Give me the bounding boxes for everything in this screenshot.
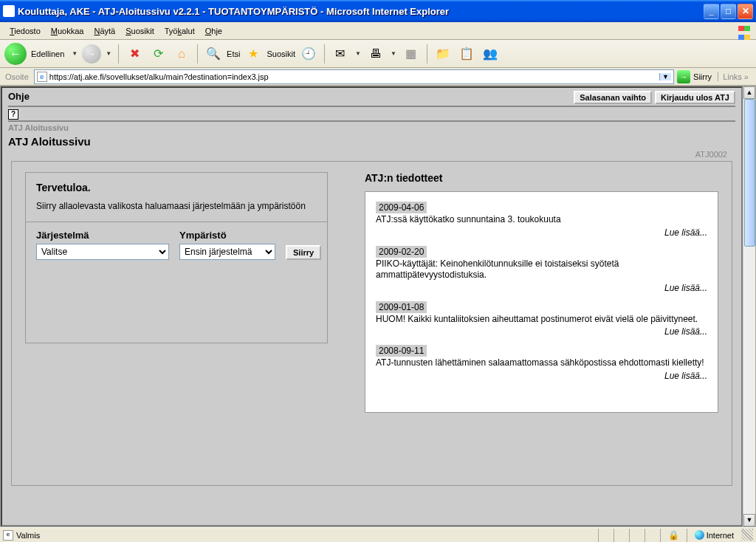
address-input[interactable] bbox=[49, 72, 659, 81]
print-button[interactable]: 🖶 bbox=[365, 44, 386, 64]
folder-icon: 📁 bbox=[435, 46, 451, 62]
main-frame: ATJ0002 Tervetuloa. Siirry allaolevasta … bbox=[11, 161, 732, 486]
address-label: Osoite bbox=[3, 72, 31, 81]
menu-favorites[interactable]: Suosikit bbox=[120, 24, 159, 38]
notice-item: 2009-02-20PIIKO-käyttäjät: Keinohenkilöt… bbox=[376, 247, 707, 298]
arrow-right-icon: → bbox=[680, 72, 688, 81]
globe-icon bbox=[695, 530, 704, 540]
ohje-heading: Ohje bbox=[8, 91, 30, 102]
search-icon: 🔍 bbox=[205, 46, 221, 62]
go-form-button[interactable]: Siirry bbox=[286, 245, 321, 260]
forward-button[interactable]: → bbox=[82, 44, 101, 64]
arrow-left-icon: ← bbox=[10, 47, 21, 61]
app-icon bbox=[3, 5, 15, 17]
home-icon: ⌂ bbox=[173, 46, 190, 62]
address-dropdown[interactable]: ▼ bbox=[659, 73, 671, 80]
messenger-icon: 👥 bbox=[482, 46, 498, 62]
password-change-button[interactable]: Salasanan vaihto bbox=[574, 91, 652, 104]
star-icon: ★ bbox=[245, 46, 261, 62]
resize-grip[interactable] bbox=[741, 529, 753, 541]
menu-view[interactable]: Näytä bbox=[89, 24, 120, 38]
mail-icon: ✉ bbox=[332, 46, 348, 62]
page-code: ATJ0002 bbox=[695, 150, 727, 159]
notices-box: 2009-04-06ATJ:ssä käyttökatko sunnuntain… bbox=[365, 191, 718, 413]
edit-icon: ▦ bbox=[403, 46, 419, 62]
edit-button[interactable]: ▦ bbox=[401, 44, 422, 64]
mail-button[interactable]: ✉ bbox=[330, 44, 351, 64]
vertical-scrollbar[interactable]: ▲ ▼ bbox=[743, 86, 755, 526]
go-button[interactable]: → bbox=[677, 70, 690, 83]
arrow-right-icon: → bbox=[88, 49, 96, 58]
notice-date: 2009-04-06 bbox=[376, 202, 427, 213]
scroll-up-button[interactable]: ▲ bbox=[743, 86, 755, 99]
notice-more-link[interactable]: Lue lisää... bbox=[376, 369, 707, 385]
favorites-button[interactable]: ★ bbox=[243, 44, 264, 64]
scroll-thumb[interactable] bbox=[744, 99, 755, 247]
notice-more-link[interactable]: Lue lisää... bbox=[376, 325, 707, 341]
address-bar: Osoite e ▼ → Siirry Links » bbox=[0, 68, 756, 86]
env-select[interactable]: Ensin järjestelmä bbox=[179, 244, 275, 260]
search-label: Etsi bbox=[227, 49, 240, 58]
status-text: Valmis bbox=[16, 531, 40, 540]
minimize-button[interactable]: _ bbox=[704, 4, 719, 19]
system-select[interactable]: Valitse bbox=[36, 244, 169, 260]
close-button[interactable]: ✕ bbox=[738, 4, 753, 19]
notice-body: PIIKO-käyttäjät: Keinohenkilötunnuksille… bbox=[376, 257, 707, 281]
notice-date: 2008-09-11 bbox=[376, 345, 427, 357]
stop-button[interactable]: ✖ bbox=[124, 44, 145, 64]
lock-pane: 🔒 bbox=[660, 529, 687, 542]
address-input-wrap: e ▼ bbox=[34, 69, 674, 84]
search-button[interactable]: 🔍 bbox=[203, 44, 224, 64]
page-title: ATJ Aloitussivu bbox=[8, 135, 735, 148]
research-button[interactable]: 📋 bbox=[456, 44, 477, 64]
env-label: Ympäristö bbox=[179, 230, 275, 241]
menu-help[interactable]: Ohje bbox=[200, 24, 227, 38]
content-area: Ohje Salasanan vaihto Kirjaudu ulos ATJ … bbox=[0, 86, 756, 527]
folder-button[interactable]: 📁 bbox=[433, 44, 453, 64]
home-button[interactable]: ⌂ bbox=[171, 44, 192, 64]
notice-body: HUOM! Kaikki kuntaliitoksien aiheuttamat… bbox=[376, 312, 707, 326]
welcome-panel: Tervetuloa. Siirry allaolevasta valikost… bbox=[25, 172, 328, 343]
back-label: Edellinen bbox=[31, 49, 64, 58]
logout-button[interactable]: Kirjaudu ulos ATJ bbox=[655, 91, 735, 104]
window-titlebar: Kouluttaja, AKE - ATJ-Aloitussivu v2.2.1… bbox=[0, 0, 756, 22]
help-icon[interactable]: ? bbox=[8, 109, 18, 120]
back-button[interactable]: ← bbox=[4, 43, 27, 65]
welcome-title: Tervetuloa. bbox=[36, 182, 317, 193]
notice-item: 2009-01-08HUOM! Kaikki kuntaliitoksien a… bbox=[376, 302, 707, 342]
history-button[interactable]: 🕘 bbox=[298, 44, 319, 64]
history-icon: 🕘 bbox=[300, 46, 317, 62]
links-label[interactable]: Links » bbox=[718, 72, 753, 81]
page-body: Ohje Salasanan vaihto Kirjaudu ulos ATJ … bbox=[1, 86, 743, 526]
back-dropdown[interactable]: ▼ bbox=[70, 50, 79, 57]
favorites-label: Suosikit bbox=[267, 49, 295, 58]
messenger-button[interactable]: 👥 bbox=[480, 44, 501, 64]
zone-label: Internet bbox=[707, 531, 734, 540]
menu-bar: Tiedosto Muokkaa Näytä Suosikit Työkalut… bbox=[0, 22, 756, 40]
toolbar: ← Edellinen ▼ → ▼ ✖ ⟳ ⌂ 🔍 Etsi ★ Suosiki… bbox=[0, 40, 756, 68]
scroll-down-button[interactable]: ▼ bbox=[743, 514, 755, 526]
clipboard-icon: 📋 bbox=[458, 46, 475, 62]
welcome-text: Siirry allaolevasta valikosta haluamaasi… bbox=[36, 201, 317, 213]
page-icon: e bbox=[3, 530, 13, 541]
notice-more-link[interactable]: Lue lisää... bbox=[376, 226, 707, 242]
page-icon: e bbox=[37, 72, 47, 82]
refresh-icon: ⟳ bbox=[150, 46, 166, 62]
maximize-button[interactable]: □ bbox=[721, 4, 736, 19]
forward-dropdown[interactable]: ▼ bbox=[104, 50, 113, 57]
system-label: Järjestelmä bbox=[36, 230, 169, 241]
print-icon: 🖶 bbox=[368, 46, 384, 62]
notice-body: ATJ:ssä käyttökatko sunnuntaina 3. touko… bbox=[376, 213, 707, 226]
refresh-button[interactable]: ⟳ bbox=[148, 44, 168, 64]
lock-icon: 🔒 bbox=[668, 530, 679, 541]
notice-item: 2009-04-06ATJ:ssä käyttökatko sunnuntain… bbox=[376, 202, 707, 242]
stop-icon: ✖ bbox=[126, 46, 142, 62]
menu-file[interactable]: Tiedosto bbox=[4, 24, 46, 38]
notice-more-link[interactable]: Lue lisää... bbox=[376, 281, 707, 298]
notice-date: 2009-02-20 bbox=[376, 246, 427, 258]
menu-tools[interactable]: Työkalut bbox=[159, 24, 200, 38]
menu-edit[interactable]: Muokkaa bbox=[46, 24, 89, 38]
go-label: Siirry bbox=[693, 72, 712, 81]
status-bar: e Valmis 🔒 Internet bbox=[0, 527, 756, 542]
notice-body: ATJ-tunnusten lähettäminen salaamattomas… bbox=[376, 356, 707, 369]
